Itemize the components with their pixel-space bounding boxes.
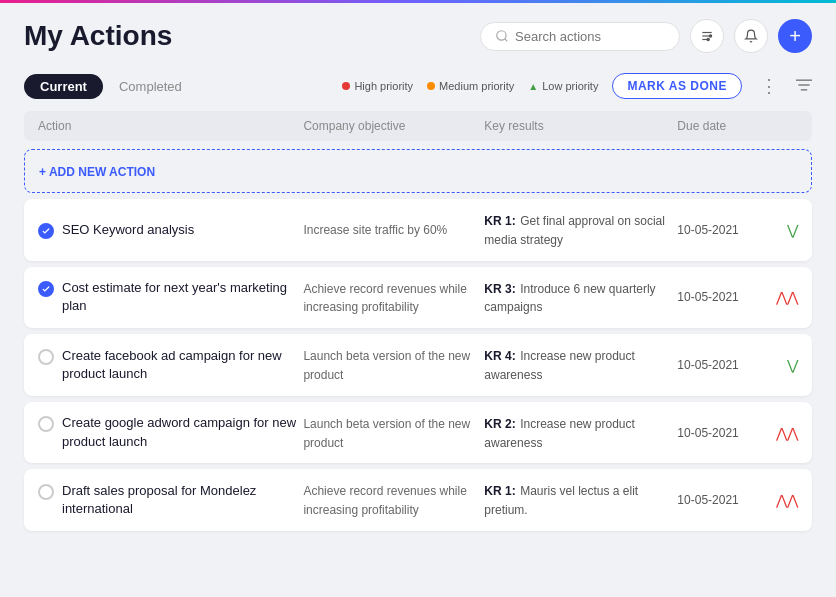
kr-label: KR 2: <box>484 417 515 431</box>
search-icon <box>495 29 509 43</box>
actions-list: SEO Keyword analysis Increase site traff… <box>24 199 812 531</box>
tab-current[interactable]: Current <box>24 74 103 99</box>
add-new-action-row[interactable]: + ADD NEW ACTION <box>24 149 812 193</box>
tab-completed[interactable]: Completed <box>111 74 190 99</box>
kr-label: KR 3: <box>484 282 515 296</box>
priority-high-icon: ⋀⋀ <box>776 492 798 508</box>
tabs-left: Current Completed <box>24 74 190 99</box>
page-header: My Actions <box>24 19 812 53</box>
col-kr: Key results <box>484 119 677 133</box>
svg-line-1 <box>505 39 508 42</box>
priority-low-icon: ⋁ <box>787 222 798 238</box>
objective-cell: Increase site traffic by 60% <box>303 220 484 239</box>
filter-icon-button[interactable] <box>690 19 724 53</box>
due-date: 10-05-2021 <box>677 290 738 304</box>
bell-icon <box>744 29 758 43</box>
action-cell: Create google adword campaign for new pr… <box>38 414 303 450</box>
action-circle-icon[interactable] <box>38 281 54 297</box>
col-due: Due date <box>677 119 798 133</box>
kr-label: KR 1: <box>484 214 515 228</box>
due-date-cell: 10-05-2021 ⋀⋀ <box>677 289 798 305</box>
col-action: Action <box>38 119 303 133</box>
objective-text: Achieve record revenues while increasing… <box>303 484 466 517</box>
due-date-cell: 10-05-2021 ⋁ <box>677 357 798 373</box>
high-priority-badge: High priority <box>342 80 413 92</box>
due-date-cell: 10-05-2021 ⋁ <box>677 222 798 238</box>
list-filter-icon[interactable] <box>796 78 812 95</box>
kr-label: KR 1: <box>484 484 515 498</box>
objective-cell: Achieve record revenues while increasing… <box>303 481 484 519</box>
col-objective: Company objective <box>303 119 484 133</box>
add-new-action-label: + ADD NEW ACTION <box>39 165 155 179</box>
low-priority-arrow-icon: ▲ <box>528 81 538 92</box>
more-options-button[interactable]: ⋮ <box>756 75 782 97</box>
action-name: Draft sales proposal for Mondelez intern… <box>62 482 303 518</box>
svg-point-0 <box>497 31 506 40</box>
filter-icon <box>700 29 714 43</box>
priority-high-icon: ⋀⋀ <box>776 289 798 305</box>
action-name: Create facebook ad campaign for new prod… <box>62 347 303 383</box>
priority-high-icon: ⋀⋀ <box>776 425 798 441</box>
table-row: Create facebook ad campaign for new prod… <box>24 334 812 396</box>
mark-as-done-button[interactable]: MARK AS DONE <box>612 73 742 99</box>
objective-cell: Launch beta version of the new product <box>303 414 484 452</box>
due-date: 10-05-2021 <box>677 358 738 372</box>
add-action-button[interactable]: + <box>778 19 812 53</box>
high-priority-dot <box>342 82 350 90</box>
kr-cell: KR 3: Introduce 6 new quarterly campaign… <box>484 279 677 317</box>
table-row: SEO Keyword analysis Increase site traff… <box>24 199 812 261</box>
objective-text: Launch beta version of the new product <box>303 417 470 450</box>
objective-text: Launch beta version of the new product <box>303 349 470 382</box>
action-name: Create google adword campaign for new pr… <box>62 414 303 450</box>
notification-icon-button[interactable] <box>734 19 768 53</box>
svg-point-6 <box>707 38 709 40</box>
action-name: SEO Keyword analysis <box>62 221 194 239</box>
action-cell: Cost estimate for next year's marketing … <box>38 279 303 315</box>
tabs-row: Current Completed High priority Medium p… <box>24 73 812 99</box>
objective-cell: Achieve record revenues while increasing… <box>303 279 484 317</box>
table-row: Cost estimate for next year's marketing … <box>24 267 812 329</box>
due-date: 10-05-2021 <box>677 426 738 440</box>
table-row: Draft sales proposal for Mondelez intern… <box>24 469 812 531</box>
tabs-right: High priority Medium priority ▲ Low prio… <box>342 73 812 99</box>
header-actions: + <box>480 19 812 53</box>
action-circle-icon[interactable] <box>38 416 54 432</box>
action-cell: Create facebook ad campaign for new prod… <box>38 347 303 383</box>
action-name: Cost estimate for next year's marketing … <box>62 279 303 315</box>
priority-low-icon: ⋁ <box>787 357 798 373</box>
search-bar[interactable] <box>480 22 680 51</box>
medium-priority-badge: Medium priority <box>427 80 514 92</box>
due-date-cell: 10-05-2021 ⋀⋀ <box>677 492 798 508</box>
due-date: 10-05-2021 <box>677 223 738 237</box>
objective-text: Increase site traffic by 60% <box>303 223 447 237</box>
search-input[interactable] <box>515 29 665 44</box>
table-row: Create google adword campaign for new pr… <box>24 402 812 464</box>
svg-point-5 <box>709 35 711 37</box>
action-cell: SEO Keyword analysis <box>38 221 303 239</box>
due-date: 10-05-2021 <box>677 493 738 507</box>
page-title: My Actions <box>24 20 172 52</box>
action-circle-icon[interactable] <box>38 223 54 239</box>
kr-label: KR 4: <box>484 349 515 363</box>
due-date-cell: 10-05-2021 ⋀⋀ <box>677 425 798 441</box>
action-circle-icon[interactable] <box>38 349 54 365</box>
objective-text: Achieve record revenues while increasing… <box>303 282 466 315</box>
kr-cell: KR 4: Increase new product awareness <box>484 346 677 384</box>
table-header: Action Company objective Key results Due… <box>24 111 812 141</box>
action-cell: Draft sales proposal for Mondelez intern… <box>38 482 303 518</box>
kr-cell: KR 2: Increase new product awareness <box>484 414 677 452</box>
objective-cell: Launch beta version of the new product <box>303 346 484 384</box>
low-priority-badge: ▲ Low priority <box>528 80 598 92</box>
kr-cell: KR 1: Mauris vel lectus a elit pretium. <box>484 481 677 519</box>
action-circle-icon[interactable] <box>38 484 54 500</box>
medium-priority-dot <box>427 82 435 90</box>
kr-cell: KR 1: Get final approval on social media… <box>484 211 677 249</box>
